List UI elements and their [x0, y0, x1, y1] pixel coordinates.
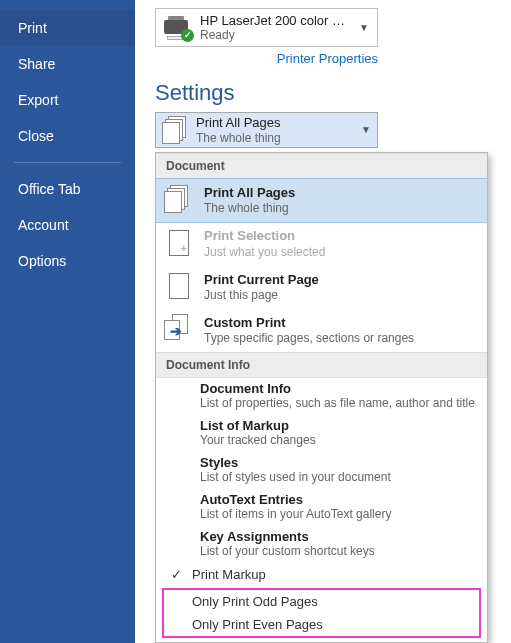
menu-item-custom-print[interactable]: ➔ Custom Print Type specific pages, sect…: [156, 309, 487, 352]
menu-item-title: Document Info: [200, 381, 479, 396]
menu-item-sub: Just what you selected: [204, 245, 479, 260]
menu-item-print-current-page[interactable]: Print Current Page Just this page: [156, 266, 487, 309]
page-plus-icon: +: [164, 228, 194, 258]
settings-heading: Settings: [155, 80, 495, 106]
print-range-dropdown[interactable]: Print All Pages The whole thing ▼: [155, 112, 378, 148]
printer-icon: ✓: [164, 16, 192, 40]
menu-item-only-even[interactable]: Only Print Even Pages: [164, 613, 479, 636]
menu-item-key-assignments[interactable]: Key Assignments List of your custom shor…: [156, 526, 487, 563]
menu-item-title: Print Selection: [204, 228, 479, 244]
menu-item-print-all-pages[interactable]: Print All Pages The whole thing: [155, 178, 488, 223]
custom-pages-icon: ➔: [164, 314, 194, 344]
backstage-sidebar: Print Share Export Close Office Tab Acco…: [0, 0, 135, 643]
sidebar-separator: [14, 162, 121, 163]
menu-item-title: Print All Pages: [204, 185, 479, 201]
printer-properties-row: Printer Properties: [155, 51, 378, 66]
printer-selector[interactable]: ✓ HP LaserJet 200 color MFP... Ready ▼: [155, 8, 378, 47]
chevron-down-icon: ▼: [359, 22, 369, 33]
page-icon: [164, 271, 194, 301]
menu-item-sub: List of styles used in your document: [200, 470, 479, 484]
sidebar-item-print[interactable]: Print: [0, 10, 135, 46]
menu-item-title: Custom Print: [204, 315, 479, 331]
menu-item-sub: List of properties, such as file name, a…: [200, 396, 479, 410]
menu-item-sub: Type specific pages, sections or ranges: [204, 331, 479, 346]
menu-item-sub: List of items in your AutoText gallery: [200, 507, 479, 521]
dropdown-title: Print All Pages: [196, 115, 353, 131]
sidebar-item-options[interactable]: Options: [0, 243, 135, 279]
menu-item-sub: List of your custom shortcut keys: [200, 544, 479, 558]
menu-item-print-selection: + Print Selection Just what you selected: [156, 222, 487, 265]
menu-item-print-markup[interactable]: ✓ Print Markup: [156, 563, 487, 586]
printer-name: HP LaserJet 200 color MFP...: [200, 13, 347, 28]
menu-item-label: Only Print Odd Pages: [192, 594, 318, 609]
menu-item-label: Only Print Even Pages: [192, 617, 323, 632]
printer-text: HP LaserJet 200 color MFP... Ready: [200, 13, 347, 42]
menu-item-sub: Your tracked changes: [200, 433, 479, 447]
menu-item-sub: The whole thing: [204, 201, 479, 216]
check-icon: ✓: [168, 567, 184, 582]
menu-item-autotext[interactable]: AutoText Entries List of items in your A…: [156, 489, 487, 526]
printer-ready-badge-icon: ✓: [181, 29, 194, 42]
app-root: Print Share Export Close Office Tab Acco…: [0, 0, 511, 643]
main-panel: ✓ HP LaserJet 200 color MFP... Ready ▼ P…: [135, 0, 511, 643]
printer-properties-link[interactable]: Printer Properties: [277, 51, 378, 66]
menu-item-sub: Just this page: [204, 288, 479, 303]
menu-item-title: List of Markup: [200, 418, 479, 433]
printer-status: Ready: [200, 28, 347, 42]
menu-item-list-of-markup[interactable]: List of Markup Your tracked changes: [156, 415, 487, 452]
sidebar-item-office-tab[interactable]: Office Tab: [0, 171, 135, 207]
menu-section-document: Document: [156, 153, 487, 179]
menu-item-title: Print Current Page: [204, 272, 479, 288]
sidebar-item-share[interactable]: Share: [0, 46, 135, 82]
pages-stack-icon: [162, 116, 188, 144]
menu-item-title: Styles: [200, 455, 479, 470]
menu-section-doc-info: Document Info: [156, 352, 487, 378]
menu-item-title: Key Assignments: [200, 529, 479, 544]
sidebar-item-account[interactable]: Account: [0, 207, 135, 243]
dropdown-sub: The whole thing: [196, 131, 353, 145]
menu-item-only-odd[interactable]: Only Print Odd Pages: [164, 590, 479, 613]
menu-item-label: Print Markup: [192, 567, 266, 582]
print-range-menu: Document Print All Pages The whole thing…: [155, 152, 488, 643]
sidebar-item-export[interactable]: Export: [0, 82, 135, 118]
chevron-down-icon: ▼: [361, 124, 371, 135]
pages-stack-icon: [164, 185, 194, 215]
menu-item-styles[interactable]: Styles List of styles used in your docum…: [156, 452, 487, 489]
sidebar-item-close[interactable]: Close: [0, 118, 135, 154]
menu-item-title: AutoText Entries: [200, 492, 479, 507]
odd-even-highlight: Only Print Odd Pages Only Print Even Pag…: [162, 588, 481, 638]
menu-item-doc-info[interactable]: Document Info List of properties, such a…: [156, 378, 487, 415]
